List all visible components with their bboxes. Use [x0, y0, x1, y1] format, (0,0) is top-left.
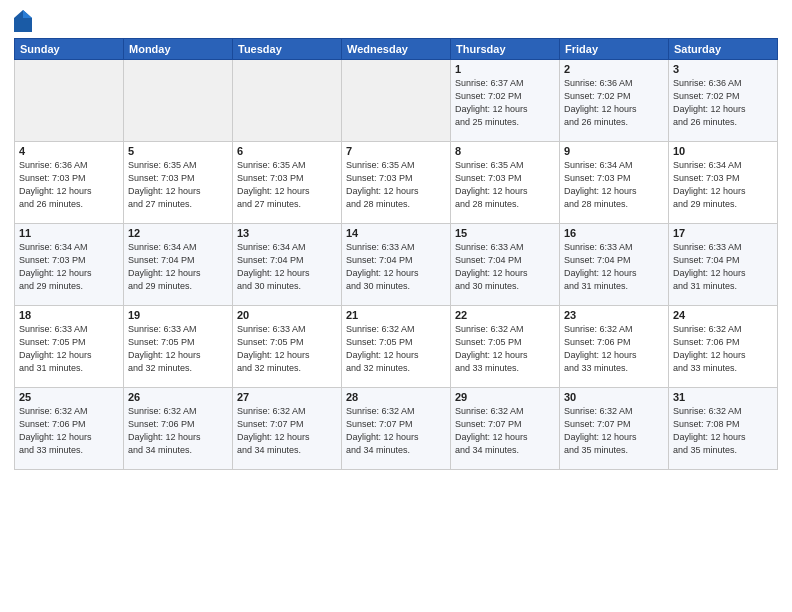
calendar-cell: 18Sunrise: 6:33 AM Sunset: 7:05 PM Dayli…	[15, 306, 124, 388]
svg-marker-1	[23, 10, 32, 18]
calendar-cell: 29Sunrise: 6:32 AM Sunset: 7:07 PM Dayli…	[451, 388, 560, 470]
calendar-cell: 13Sunrise: 6:34 AM Sunset: 7:04 PM Dayli…	[233, 224, 342, 306]
day-info: Sunrise: 6:34 AM Sunset: 7:04 PM Dayligh…	[237, 241, 337, 293]
day-number: 26	[128, 391, 228, 403]
calendar-cell: 23Sunrise: 6:32 AM Sunset: 7:06 PM Dayli…	[560, 306, 669, 388]
calendar: SundayMondayTuesdayWednesdayThursdayFrid…	[14, 38, 778, 470]
day-info: Sunrise: 6:34 AM Sunset: 7:04 PM Dayligh…	[128, 241, 228, 293]
day-number: 28	[346, 391, 446, 403]
logo-icon	[14, 10, 32, 32]
day-info: Sunrise: 6:33 AM Sunset: 7:05 PM Dayligh…	[19, 323, 119, 375]
day-number: 21	[346, 309, 446, 321]
calendar-cell: 30Sunrise: 6:32 AM Sunset: 7:07 PM Dayli…	[560, 388, 669, 470]
calendar-cell: 5Sunrise: 6:35 AM Sunset: 7:03 PM Daylig…	[124, 142, 233, 224]
day-number: 27	[237, 391, 337, 403]
logo	[14, 10, 36, 32]
day-number: 3	[673, 63, 773, 75]
calendar-week: 4Sunrise: 6:36 AM Sunset: 7:03 PM Daylig…	[15, 142, 778, 224]
calendar-cell: 17Sunrise: 6:33 AM Sunset: 7:04 PM Dayli…	[669, 224, 778, 306]
day-info: Sunrise: 6:32 AM Sunset: 7:06 PM Dayligh…	[673, 323, 773, 375]
day-info: Sunrise: 6:32 AM Sunset: 7:07 PM Dayligh…	[455, 405, 555, 457]
day-number: 7	[346, 145, 446, 157]
day-info: Sunrise: 6:36 AM Sunset: 7:02 PM Dayligh…	[673, 77, 773, 129]
day-number: 13	[237, 227, 337, 239]
calendar-cell: 7Sunrise: 6:35 AM Sunset: 7:03 PM Daylig…	[342, 142, 451, 224]
header-day: Wednesday	[342, 39, 451, 60]
calendar-cell: 1Sunrise: 6:37 AM Sunset: 7:02 PM Daylig…	[451, 60, 560, 142]
calendar-cell: 3Sunrise: 6:36 AM Sunset: 7:02 PM Daylig…	[669, 60, 778, 142]
day-info: Sunrise: 6:34 AM Sunset: 7:03 PM Dayligh…	[673, 159, 773, 211]
day-number: 25	[19, 391, 119, 403]
day-info: Sunrise: 6:35 AM Sunset: 7:03 PM Dayligh…	[455, 159, 555, 211]
calendar-cell: 25Sunrise: 6:32 AM Sunset: 7:06 PM Dayli…	[15, 388, 124, 470]
day-info: Sunrise: 6:37 AM Sunset: 7:02 PM Dayligh…	[455, 77, 555, 129]
day-info: Sunrise: 6:33 AM Sunset: 7:04 PM Dayligh…	[564, 241, 664, 293]
day-number: 20	[237, 309, 337, 321]
calendar-week: 1Sunrise: 6:37 AM Sunset: 7:02 PM Daylig…	[15, 60, 778, 142]
day-number: 1	[455, 63, 555, 75]
day-number: 22	[455, 309, 555, 321]
calendar-cell: 22Sunrise: 6:32 AM Sunset: 7:05 PM Dayli…	[451, 306, 560, 388]
day-number: 4	[19, 145, 119, 157]
calendar-week: 18Sunrise: 6:33 AM Sunset: 7:05 PM Dayli…	[15, 306, 778, 388]
calendar-cell: 9Sunrise: 6:34 AM Sunset: 7:03 PM Daylig…	[560, 142, 669, 224]
calendar-cell: 27Sunrise: 6:32 AM Sunset: 7:07 PM Dayli…	[233, 388, 342, 470]
day-info: Sunrise: 6:33 AM Sunset: 7:04 PM Dayligh…	[346, 241, 446, 293]
day-number: 18	[19, 309, 119, 321]
day-info: Sunrise: 6:32 AM Sunset: 7:05 PM Dayligh…	[346, 323, 446, 375]
day-number: 29	[455, 391, 555, 403]
day-number: 24	[673, 309, 773, 321]
header-day: Monday	[124, 39, 233, 60]
day-number: 23	[564, 309, 664, 321]
day-info: Sunrise: 6:32 AM Sunset: 7:06 PM Dayligh…	[564, 323, 664, 375]
calendar-cell: 12Sunrise: 6:34 AM Sunset: 7:04 PM Dayli…	[124, 224, 233, 306]
day-info: Sunrise: 6:32 AM Sunset: 7:07 PM Dayligh…	[564, 405, 664, 457]
calendar-cell: 21Sunrise: 6:32 AM Sunset: 7:05 PM Dayli…	[342, 306, 451, 388]
day-number: 10	[673, 145, 773, 157]
day-info: Sunrise: 6:32 AM Sunset: 7:07 PM Dayligh…	[346, 405, 446, 457]
day-number: 12	[128, 227, 228, 239]
day-number: 14	[346, 227, 446, 239]
calendar-week: 25Sunrise: 6:32 AM Sunset: 7:06 PM Dayli…	[15, 388, 778, 470]
day-info: Sunrise: 6:32 AM Sunset: 7:06 PM Dayligh…	[19, 405, 119, 457]
header-day: Sunday	[15, 39, 124, 60]
day-info: Sunrise: 6:35 AM Sunset: 7:03 PM Dayligh…	[237, 159, 337, 211]
day-number: 30	[564, 391, 664, 403]
calendar-header: SundayMondayTuesdayWednesdayThursdayFrid…	[15, 39, 778, 60]
calendar-cell: 6Sunrise: 6:35 AM Sunset: 7:03 PM Daylig…	[233, 142, 342, 224]
calendar-cell: 4Sunrise: 6:36 AM Sunset: 7:03 PM Daylig…	[15, 142, 124, 224]
header-day: Friday	[560, 39, 669, 60]
day-info: Sunrise: 6:34 AM Sunset: 7:03 PM Dayligh…	[564, 159, 664, 211]
calendar-cell: 20Sunrise: 6:33 AM Sunset: 7:05 PM Dayli…	[233, 306, 342, 388]
day-info: Sunrise: 6:33 AM Sunset: 7:05 PM Dayligh…	[128, 323, 228, 375]
header-day: Thursday	[451, 39, 560, 60]
calendar-body: 1Sunrise: 6:37 AM Sunset: 7:02 PM Daylig…	[15, 60, 778, 470]
day-info: Sunrise: 6:32 AM Sunset: 7:05 PM Dayligh…	[455, 323, 555, 375]
day-number: 5	[128, 145, 228, 157]
day-number: 11	[19, 227, 119, 239]
calendar-cell	[15, 60, 124, 142]
day-number: 6	[237, 145, 337, 157]
day-info: Sunrise: 6:34 AM Sunset: 7:03 PM Dayligh…	[19, 241, 119, 293]
header-day: Saturday	[669, 39, 778, 60]
day-info: Sunrise: 6:33 AM Sunset: 7:04 PM Dayligh…	[455, 241, 555, 293]
day-info: Sunrise: 6:33 AM Sunset: 7:05 PM Dayligh…	[237, 323, 337, 375]
calendar-cell: 19Sunrise: 6:33 AM Sunset: 7:05 PM Dayli…	[124, 306, 233, 388]
day-info: Sunrise: 6:32 AM Sunset: 7:08 PM Dayligh…	[673, 405, 773, 457]
calendar-cell: 16Sunrise: 6:33 AM Sunset: 7:04 PM Dayli…	[560, 224, 669, 306]
day-number: 19	[128, 309, 228, 321]
header-row: SundayMondayTuesdayWednesdayThursdayFrid…	[15, 39, 778, 60]
header	[14, 10, 778, 32]
day-number: 16	[564, 227, 664, 239]
calendar-cell	[124, 60, 233, 142]
day-info: Sunrise: 6:32 AM Sunset: 7:07 PM Dayligh…	[237, 405, 337, 457]
day-info: Sunrise: 6:35 AM Sunset: 7:03 PM Dayligh…	[346, 159, 446, 211]
day-number: 9	[564, 145, 664, 157]
day-info: Sunrise: 6:36 AM Sunset: 7:03 PM Dayligh…	[19, 159, 119, 211]
calendar-cell	[342, 60, 451, 142]
calendar-cell	[233, 60, 342, 142]
day-info: Sunrise: 6:33 AM Sunset: 7:04 PM Dayligh…	[673, 241, 773, 293]
page: SundayMondayTuesdayWednesdayThursdayFrid…	[0, 0, 792, 612]
day-number: 17	[673, 227, 773, 239]
calendar-week: 11Sunrise: 6:34 AM Sunset: 7:03 PM Dayli…	[15, 224, 778, 306]
